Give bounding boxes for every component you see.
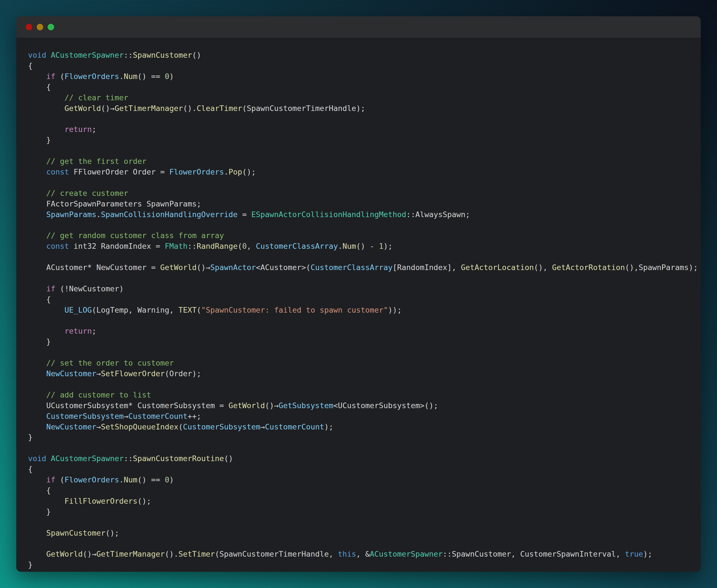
- code-line: return;: [28, 124, 690, 135]
- code-line: const int32 RandomIndex = FMath::RandRan…: [28, 241, 690, 252]
- code-line: {: [28, 82, 690, 92]
- code-line: [28, 145, 690, 156]
- code-line: }: [28, 432, 690, 443]
- code-line: {: [28, 61, 690, 71]
- code-line: }: [28, 506, 690, 517]
- code-line: }: [28, 560, 690, 570]
- code-line: UCustomerSubsystem* CustomerSubsystem = …: [28, 400, 690, 411]
- code-line: CustomerSubsystem→CustomerCount++;: [28, 411, 690, 422]
- code-line: {: [28, 464, 690, 475]
- code-line: // clear timer: [28, 92, 690, 103]
- code-line: [28, 517, 690, 528]
- code-line: // get random customer class from array: [28, 230, 690, 241]
- code-line: void ACustomerSpawner::SpawnCustomerRout…: [28, 453, 690, 464]
- code-line: FActorSpawnParameters SpawnParams;: [28, 198, 690, 209]
- code-line: GetWorld()→GetTimerManager().SetTimer(Sp…: [28, 549, 690, 560]
- code-line: {: [28, 294, 690, 305]
- code-line: [28, 347, 690, 358]
- code-line: // create customer: [28, 188, 690, 198]
- code-line: }: [28, 135, 690, 145]
- code-line: [28, 219, 690, 230]
- code-line: void ACustomerSpawner::SpawnCustomer(): [28, 50, 690, 61]
- close-button[interactable]: [26, 24, 32, 30]
- code-line: [28, 443, 690, 453]
- code-block: void ACustomerSpawner::SpawnCustomer(){ …: [16, 38, 701, 576]
- window-titlebar: [16, 16, 701, 38]
- code-line: UE_LOG(LogTemp, Warning, TEXT("SpawnCust…: [28, 305, 690, 315]
- code-line: [28, 273, 690, 284]
- code-line: ACustomer* NewCustomer = GetWorld()→Spaw…: [28, 262, 690, 273]
- code-editor-window: void ACustomerSpawner::SpawnCustomer(){ …: [16, 16, 701, 572]
- code-line: if (FlowerOrders.Num() == 0): [28, 71, 690, 82]
- code-line: [28, 113, 690, 124]
- code-line: const FFlowerOrder Order = FlowerOrders.…: [28, 167, 690, 177]
- code-line: GetWorld()→GetTimerManager().ClearTimer(…: [28, 103, 690, 114]
- code-line: [28, 177, 690, 188]
- code-line: [28, 539, 690, 549]
- code-line: if (!NewCustomer): [28, 284, 690, 294]
- code-line: NewCustomer→SetFlowerOrder(Order);: [28, 369, 690, 379]
- code-line: return;: [28, 326, 690, 336]
- code-line: SpawnCustomer();: [28, 528, 690, 539]
- code-line: {: [28, 485, 690, 496]
- code-line: // add customer to list: [28, 390, 690, 400]
- code-line: [28, 379, 690, 390]
- code-line: SpawnParams.SpawnCollisionHandlingOverri…: [28, 209, 690, 220]
- code-line: }: [28, 336, 690, 347]
- code-line: NewCustomer→SetShopQueueIndex(CustomerSu…: [28, 422, 690, 432]
- code-line: [28, 252, 690, 262]
- minimize-button[interactable]: [37, 24, 43, 30]
- maximize-button[interactable]: [48, 24, 54, 30]
- code-line: [28, 315, 690, 326]
- code-line: FillFlowerOrders();: [28, 496, 690, 506]
- code-line: if (FlowerOrders.Num() == 0): [28, 475, 690, 485]
- code-line: // set the order to customer: [28, 358, 690, 369]
- code-line: // get the first order: [28, 156, 690, 167]
